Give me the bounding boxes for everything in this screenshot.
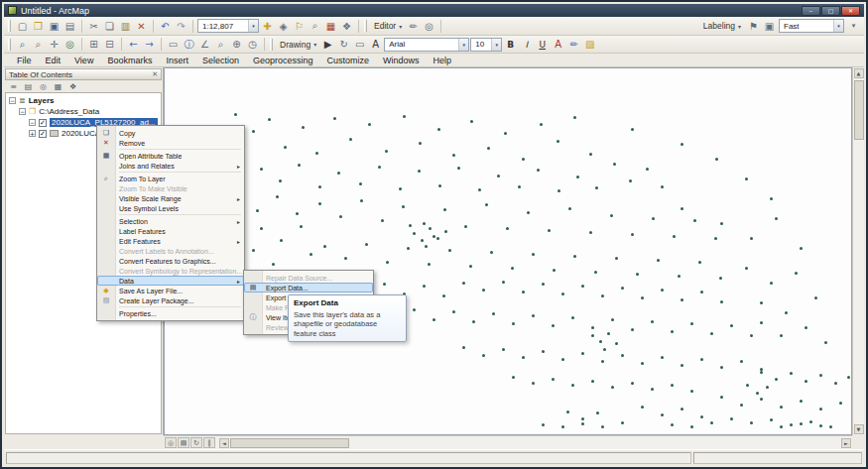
toc-header[interactable]: Table Of Contents ✕: [5, 68, 162, 80]
bold-button[interactable]: B: [503, 37, 518, 52]
pause-drawing-button[interactable]: ∥: [203, 437, 215, 448]
labeling-flag-icon[interactable]: ⚑: [746, 19, 761, 34]
back-extent-icon[interactable]: ←: [126, 37, 141, 52]
select-elements-icon[interactable]: ▶: [320, 37, 335, 52]
collapse-icon[interactable]: −: [29, 119, 36, 126]
editor-snapping-icon[interactable]: ◎: [422, 19, 436, 34]
refresh-view-button[interactable]: ↻: [190, 437, 202, 448]
copy-icon[interactable]: ❏: [102, 19, 117, 34]
context-menu-item-use-symbol-levels[interactable]: Use Symbol Levels: [97, 203, 244, 213]
chevron-down-icon[interactable]: ▾: [833, 20, 843, 32]
toolbar-grip[interactable]: [364, 20, 367, 32]
editor-menu[interactable]: Editor ▾: [371, 21, 405, 31]
menubar-item-customize[interactable]: Customize: [320, 55, 377, 66]
map-scale-combo[interactable]: 1:12,807 ▾: [197, 19, 259, 33]
drawing-menu[interactable]: Drawing ▾: [277, 40, 319, 50]
context-menu-item-open-attribute-table[interactable]: ▦Open Attribute Table: [97, 151, 244, 161]
context-menu-item-edit-features[interactable]: Edit Features▸: [97, 236, 244, 246]
scroll-up-icon[interactable]: ▲: [854, 68, 864, 78]
menubar-item-view[interactable]: View: [67, 55, 100, 66]
toolbar-grip[interactable]: [8, 39, 11, 51]
scroll-down-icon[interactable]: ▼: [854, 424, 864, 434]
horizontal-scroll-thumb[interactable]: [230, 438, 349, 448]
vertical-scrollbar[interactable]: ▲ ▼: [852, 67, 864, 435]
toolbox-icon[interactable]: ▦: [323, 19, 338, 34]
list-by-selection-icon[interactable]: ▦: [52, 81, 64, 92]
list-by-visibility-icon[interactable]: ◎: [37, 81, 50, 92]
redo-icon[interactable]: ↷: [174, 19, 188, 34]
context-menu-item-data[interactable]: Data▸: [97, 276, 244, 286]
menubar-item-file[interactable]: File: [10, 55, 39, 66]
chevron-down-icon[interactable]: ▾: [248, 20, 258, 32]
data-view-button[interactable]: ◎: [165, 437, 177, 448]
text-tool-icon[interactable]: A: [368, 37, 383, 52]
search-icon[interactable]: ⌕: [308, 19, 322, 34]
list-by-source-icon[interactable]: ▤: [22, 81, 35, 92]
context-menu-item-visible-scale-range[interactable]: Visible Scale Range▸: [97, 193, 244, 203]
select-features-icon[interactable]: ▭: [166, 37, 181, 52]
fill-color-icon[interactable]: ▨: [582, 37, 597, 52]
full-extent-icon[interactable]: ◎: [62, 37, 77, 52]
time-slider-icon[interactable]: ◷: [245, 37, 260, 52]
zoom-in-icon[interactable]: ⌕: [15, 37, 30, 52]
measure-icon[interactable]: ∠: [197, 37, 212, 52]
find-icon[interactable]: ⌕: [213, 37, 228, 52]
identify-icon[interactable]: ⓘ: [182, 37, 196, 52]
context-menu-item-remove[interactable]: ✕Remove: [97, 138, 244, 148]
cut-icon[interactable]: ✂: [86, 19, 101, 34]
rectangle-icon[interactable]: ▭: [352, 37, 367, 52]
expand-icon[interactable]: +: [29, 130, 36, 137]
labeling-lock-icon[interactable]: ▣: [762, 19, 777, 34]
menubar-item-insert[interactable]: Insert: [159, 55, 195, 66]
toolbar-options-icon[interactable]: ▾: [846, 19, 861, 34]
context-menu-item-properties[interactable]: Properties...: [97, 308, 244, 318]
open-folder-icon[interactable]: ❐: [31, 19, 46, 34]
context-menu-item-save-as-layer-file[interactable]: ◆Save As Layer File...: [97, 286, 244, 295]
layer-visibility-checkbox[interactable]: ✓: [39, 130, 47, 138]
menubar-item-selection[interactable]: Selection: [195, 55, 246, 66]
list-by-drawing-order-icon[interactable]: ≡: [7, 81, 20, 92]
toc-options-icon[interactable]: ❖: [66, 81, 79, 92]
scroll-right-icon[interactable]: ►: [841, 438, 851, 448]
fixed-zoom-in-icon[interactable]: ⊞: [86, 37, 101, 52]
layout-view-button[interactable]: ▤: [178, 437, 189, 448]
scroll-left-icon[interactable]: ◄: [219, 438, 229, 448]
editor-pencil-icon[interactable]: ✏: [406, 19, 421, 34]
title-bar[interactable]: Untitled - ArcMap – ▢ ✕: [4, 4, 864, 17]
labeling-menu[interactable]: Labeling ▾: [700, 21, 744, 31]
tree-item-layers[interactable]: − ≣ Layers: [6, 95, 161, 106]
data-submenu-item-export-data[interactable]: ▤Export Data...: [244, 283, 373, 293]
menubar-item-bookmarks[interactable]: Bookmarks: [100, 55, 159, 66]
add-data-icon[interactable]: ✚: [260, 19, 275, 34]
context-menu-item-zoom-to-layer[interactable]: ⌕Zoom To Layer: [97, 174, 244, 183]
zoom-out-icon[interactable]: ⌕: [31, 37, 46, 52]
map-canvas[interactable]: [165, 68, 851, 434]
vertical-scroll-thumb[interactable]: [854, 80, 864, 140]
save-icon[interactable]: ▣: [47, 19, 62, 34]
context-menu-item-create-layer-package[interactable]: ▧Create Layer Package...: [97, 295, 244, 305]
fixed-zoom-out-icon[interactable]: ⊟: [102, 37, 117, 52]
go-to-xy-icon[interactable]: ⊕: [229, 37, 244, 52]
rotate-icon[interactable]: ↻: [336, 37, 351, 52]
paste-icon[interactable]: ▥: [118, 19, 133, 34]
chevron-down-icon[interactable]: ▾: [458, 39, 468, 51]
context-menu-item-copy[interactable]: ❏Copy: [97, 128, 244, 138]
context-menu-item-joins-and-relates[interactable]: Joins and Relates▸: [97, 161, 244, 171]
menubar-item-windows[interactable]: Windows: [376, 55, 427, 66]
context-menu-item-convert-features-to-graphics[interactable]: Convert Features to Graphics...: [97, 256, 244, 266]
python-icon[interactable]: ❖: [339, 19, 354, 34]
catalog-icon[interactable]: ⚐: [292, 19, 307, 34]
font-family-combo[interactable]: Arial ▾: [384, 38, 469, 52]
print-icon[interactable]: ▤: [62, 19, 77, 34]
italic-button[interactable]: I: [519, 37, 534, 52]
layer-visibility-checkbox[interactable]: ✓: [39, 119, 47, 127]
close-button[interactable]: ✕: [841, 6, 860, 16]
context-menu-item-selection[interactable]: Selection▸: [97, 216, 244, 226]
toolbar-grip[interactable]: [8, 20, 11, 32]
line-color-icon[interactable]: ✏: [566, 37, 581, 52]
horizontal-scrollbar[interactable]: ◎ ▤ ↻ ∥ ◄ ►: [164, 435, 852, 449]
context-menu-item-label-features[interactable]: Label Features: [97, 226, 244, 236]
collapse-icon[interactable]: −: [9, 97, 16, 104]
chevron-down-icon[interactable]: ▾: [491, 39, 501, 51]
label-engine-combo[interactable]: Fast ▾: [779, 19, 844, 33]
